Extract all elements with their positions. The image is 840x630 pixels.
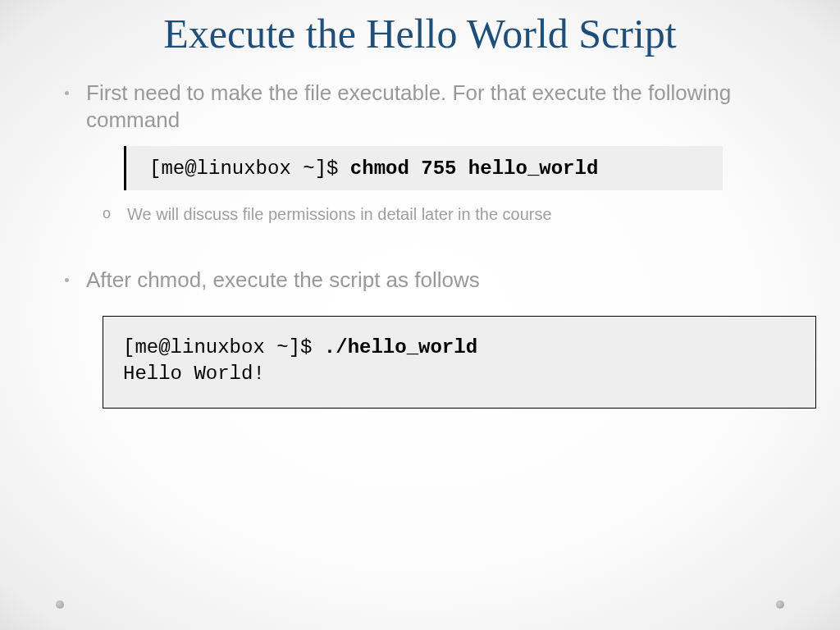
bullet-item-1: First need to make the file executable. … (62, 80, 778, 226)
vertical-spacer (62, 234, 778, 267)
terminal-block-chmod: [me@linuxbox ~]$ chmod 755 hello_world (124, 146, 723, 190)
terminal-line-1: [me@linuxbox ~]$ chmod 755 hello_world (149, 156, 598, 181)
terminal-line-2: [me@linuxbox ~]$ ./hello_world (123, 335, 796, 361)
terminal-prompt-2: [me@linuxbox ~]$ (123, 336, 324, 358)
sub-bullet-marker: o (103, 203, 111, 223)
decorative-dot-icon (776, 600, 784, 609)
sub-bullet-text: We will discuss file permissions in deta… (127, 205, 552, 223)
terminal-block-run: [me@linuxbox ~]$ ./hello_world Hello Wor… (103, 316, 816, 409)
sub-bullet-item: o We will discuss file permissions in de… (103, 203, 778, 226)
sub-bullet-list: o We will discuss file permissions in de… (86, 203, 778, 226)
bullet-list: First need to make the file executable. … (62, 80, 778, 226)
bullet-icon (65, 91, 69, 95)
bullet-item-2: After chmod, execute the script as follo… (62, 267, 778, 409)
bullet-text-2: After chmod, execute the script as follo… (86, 267, 480, 292)
terminal-output: Hello World! (123, 361, 796, 387)
decorative-dot-icon (56, 600, 64, 609)
bullet-list-2: After chmod, execute the script as follo… (62, 267, 778, 409)
terminal-command-2: ./hello_world (324, 336, 477, 358)
bullet-text-1: First need to make the file executable. … (86, 80, 731, 133)
bullet-icon (65, 278, 69, 282)
terminal-command-1: chmod 755 hello_world (350, 158, 598, 180)
slide-title: Execute the Hello World Script (62, 8, 778, 60)
terminal-prompt-1: [me@linuxbox ~]$ (149, 158, 350, 180)
slide: Execute the Hello World Script First nee… (0, 0, 840, 630)
